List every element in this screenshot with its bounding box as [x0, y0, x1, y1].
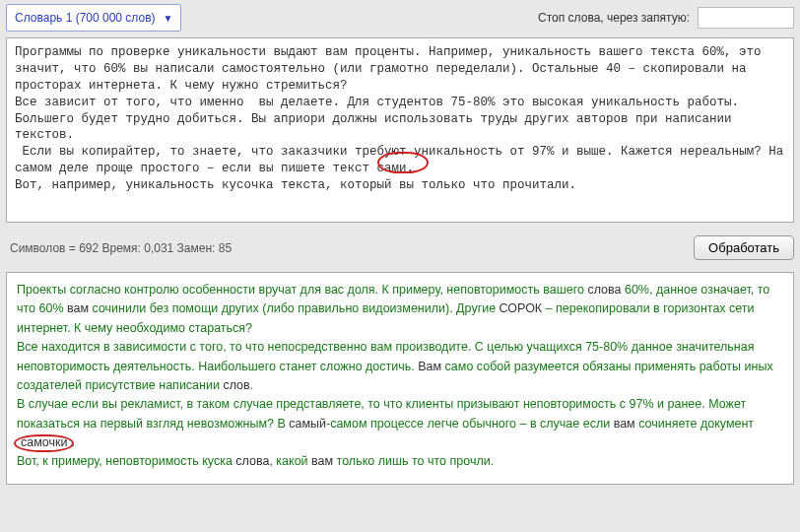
stats-row: Символов = 692 Время: 0,031 Замен: 85 Об…	[6, 235, 794, 260]
result-paragraph: Вот, к примеру, неповторимость куска сло…	[17, 452, 783, 471]
result-output: Проекты согласно контролю особенности вр…	[6, 272, 794, 485]
result-paragraph: В случае если вы рекламист, в таком случ…	[17, 395, 783, 452]
stop-words-label: Стоп слова, через запятую:	[538, 11, 690, 25]
result-paragraph: Проекты согласно контролю особенности вр…	[17, 281, 783, 338]
dictionary-select[interactable]: Словарь 1 (700 000 слов) ▼	[6, 4, 181, 32]
top-controls-row: Словарь 1 (700 000 слов) ▼ Стоп слова, ч…	[6, 4, 794, 32]
result-paragraph: Все находится в зависимости с того, то ч…	[17, 338, 783, 395]
stop-words-input[interactable]	[698, 7, 794, 29]
stats-text: Символов = 692 Время: 0,031 Замен: 85	[6, 241, 232, 255]
dropdown-icon: ▼	[164, 13, 173, 24]
process-button[interactable]: Обработать	[694, 235, 794, 260]
stop-words-area: Стоп слова, через запятую:	[538, 7, 794, 29]
dictionary-label: Словарь 1 (700 000 слов)	[15, 11, 156, 25]
circled-word: самочки	[14, 434, 74, 452]
source-text-input[interactable]	[6, 37, 794, 223]
